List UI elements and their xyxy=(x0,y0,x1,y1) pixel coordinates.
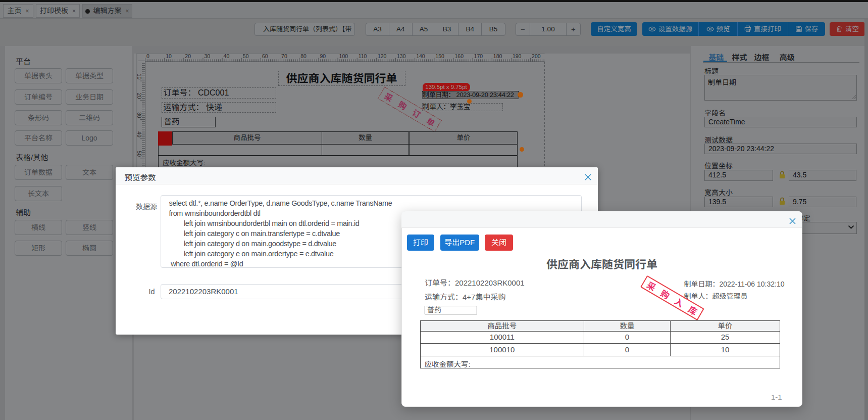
svg-text:30: 30 xyxy=(136,112,142,118)
svg-text:110: 110 xyxy=(359,53,367,59)
svg-text:70: 70 xyxy=(281,53,287,59)
svg-text:200: 200 xyxy=(532,53,541,59)
svg-text:20: 20 xyxy=(185,53,191,59)
svg-text:60: 60 xyxy=(262,53,268,59)
svg-text:150: 150 xyxy=(435,53,444,59)
svg-text:40: 40 xyxy=(224,53,230,59)
svg-text:20: 20 xyxy=(136,93,142,99)
svg-text:50: 50 xyxy=(136,151,142,157)
svg-text:160: 160 xyxy=(455,53,464,59)
svg-text:90: 90 xyxy=(320,53,326,59)
svg-text:170: 170 xyxy=(474,53,483,59)
svg-text:50: 50 xyxy=(243,53,249,59)
svg-text:140: 140 xyxy=(416,53,425,59)
svg-text:120: 120 xyxy=(378,53,387,59)
svg-text:100: 100 xyxy=(339,53,348,59)
svg-text:190: 190 xyxy=(513,53,522,59)
svg-text:10: 10 xyxy=(166,53,172,59)
svg-text:0: 0 xyxy=(146,53,149,59)
svg-text:40: 40 xyxy=(136,131,142,137)
svg-text:80: 80 xyxy=(300,53,307,59)
svg-text:10: 10 xyxy=(136,74,142,80)
svg-text:30: 30 xyxy=(205,53,211,59)
svg-text:180: 180 xyxy=(493,53,502,59)
svg-text:130: 130 xyxy=(397,53,406,59)
